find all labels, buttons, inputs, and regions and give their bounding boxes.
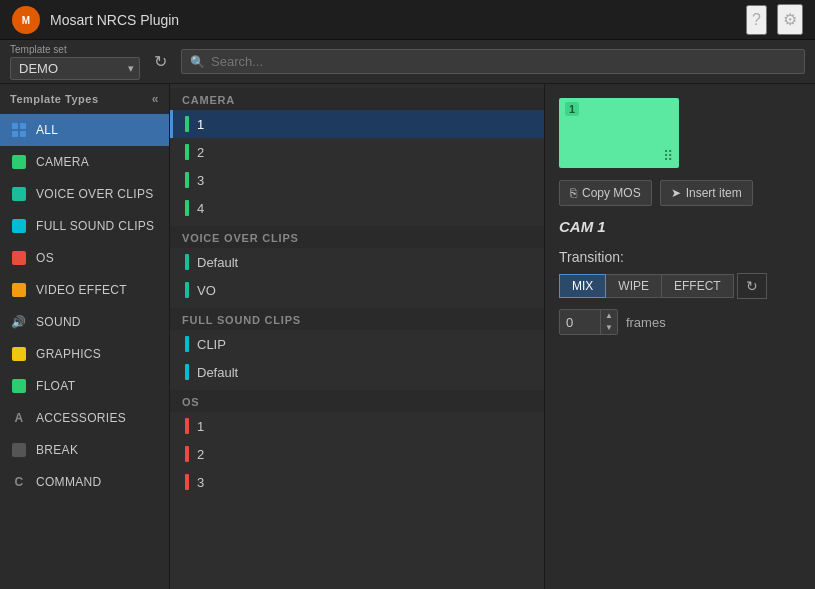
section-header-camera: CAMERA bbox=[170, 88, 544, 110]
frames-label: frames bbox=[626, 315, 666, 330]
item-label: 1 bbox=[197, 117, 204, 132]
frames-down-button[interactable]: ▼ bbox=[601, 322, 617, 334]
sidebar-item-full-sound[interactable]: FULL SOUND CLIPS bbox=[0, 210, 169, 242]
transition-tabs-container: MIXWIPEEFFECT bbox=[559, 274, 733, 298]
template-item[interactable]: 2 bbox=[170, 440, 544, 468]
template-item[interactable]: 2 bbox=[170, 138, 544, 166]
copy-mos-icon: ⎘ bbox=[570, 186, 577, 200]
sidebar-item-video-effect[interactable]: VIDEO EFFECT bbox=[0, 274, 169, 306]
main-content: Template Types « ALLCAMERAVOICE OVER CLI… bbox=[0, 84, 815, 589]
settings-button[interactable]: ⚙ bbox=[777, 4, 803, 35]
section-header-os: OS bbox=[170, 390, 544, 412]
thumbnail-grid-icon: ⠿ bbox=[663, 148, 673, 164]
section-header-full-sound-clips: FULL SOUND CLIPS bbox=[170, 308, 544, 330]
sidebar-item-float[interactable]: FLOAT bbox=[0, 370, 169, 402]
sidebar-icon-os bbox=[10, 249, 28, 267]
sidebar-icon-break bbox=[10, 441, 28, 459]
template-item[interactable]: 3 bbox=[170, 468, 544, 496]
app-title: Mosart NRCS Plugin bbox=[50, 12, 736, 28]
sidebar-label-os: OS bbox=[36, 251, 54, 265]
refresh-button[interactable]: ↻ bbox=[150, 48, 171, 75]
sidebar-label-sound: SOUND bbox=[36, 315, 81, 329]
section-header-voice-over-clips: VOICE OVER CLIPS bbox=[170, 226, 544, 248]
preview-item-name: CAM 1 bbox=[559, 218, 801, 235]
item-label: Default bbox=[197, 255, 238, 270]
copy-mos-label: Copy MOS bbox=[582, 186, 641, 200]
sidebar-item-command[interactable]: CCOMMAND bbox=[0, 466, 169, 498]
transition-tab-mix[interactable]: MIX bbox=[559, 274, 606, 298]
sidebar-header: Template Types « bbox=[0, 84, 169, 114]
sidebar-title: Template Types bbox=[10, 93, 99, 105]
item-label: 3 bbox=[197, 173, 204, 188]
sidebar: Template Types « ALLCAMERAVOICE OVER CLI… bbox=[0, 84, 170, 589]
template-set-label: Template set bbox=[10, 44, 140, 55]
sidebar-label-all: ALL bbox=[36, 123, 58, 137]
item-label: VO bbox=[197, 283, 216, 298]
sidebar-item-os[interactable]: OS bbox=[0, 242, 169, 274]
template-item[interactable]: Default bbox=[170, 358, 544, 386]
sidebar-icon-full-sound bbox=[10, 217, 28, 235]
sidebar-item-voice-over[interactable]: VOICE OVER CLIPS bbox=[0, 178, 169, 210]
item-label: 1 bbox=[197, 419, 204, 434]
template-item[interactable]: Default bbox=[170, 248, 544, 276]
sidebar-item-sound[interactable]: 🔊SOUND bbox=[0, 306, 169, 338]
sidebar-icon-sound: 🔊 bbox=[10, 313, 28, 331]
sidebar-item-break[interactable]: BREAK bbox=[0, 434, 169, 466]
template-set-select[interactable]: DEMOPRODUCTIONTEST bbox=[10, 57, 140, 80]
template-item[interactable]: 4 bbox=[170, 194, 544, 222]
toolbar: Template set DEMOPRODUCTIONTEST ↻ 🔍 bbox=[0, 40, 815, 84]
sidebar-label-camera: CAMERA bbox=[36, 155, 89, 169]
app-icon: M bbox=[12, 6, 40, 34]
title-bar: M Mosart NRCS Plugin ? ⚙ bbox=[0, 0, 815, 40]
collapse-button[interactable]: « bbox=[152, 92, 159, 106]
frames-up-button[interactable]: ▲ bbox=[601, 310, 617, 322]
sidebar-label-accessories: ACCESSORIES bbox=[36, 411, 126, 425]
item-color-bar bbox=[185, 282, 189, 298]
sidebar-label-break: BREAK bbox=[36, 443, 78, 457]
sidebar-icon-accessories: A bbox=[10, 409, 28, 427]
sidebar-item-accessories[interactable]: AACCESSORIES bbox=[0, 402, 169, 434]
help-button[interactable]: ? bbox=[746, 5, 767, 35]
transition-label: Transition: bbox=[559, 249, 801, 265]
preview-panel: 1 ⠿ ⎘ Copy MOS ➤ Insert item CAM 1 Trans… bbox=[545, 84, 815, 589]
sidebar-label-graphics: GRAPHICS bbox=[36, 347, 101, 361]
transition-tab-effect[interactable]: EFFECT bbox=[661, 274, 734, 298]
sidebar-items-container: ALLCAMERAVOICE OVER CLIPSFULL SOUND CLIP… bbox=[0, 114, 169, 498]
frames-input[interactable] bbox=[560, 311, 600, 334]
frames-input-wrapper: ▲ ▼ bbox=[559, 309, 618, 335]
thumbnail-number: 1 bbox=[565, 102, 579, 116]
item-label: Default bbox=[197, 365, 238, 380]
sidebar-label-command: COMMAND bbox=[36, 475, 101, 489]
template-item[interactable]: 3 bbox=[170, 166, 544, 194]
template-item[interactable]: 1 bbox=[170, 110, 544, 138]
item-color-bar bbox=[185, 446, 189, 462]
item-color-bar bbox=[185, 144, 189, 160]
preview-thumbnail: 1 ⠿ bbox=[559, 98, 679, 168]
item-color-bar bbox=[185, 474, 189, 490]
sidebar-label-voice-over: VOICE OVER CLIPS bbox=[36, 187, 154, 201]
sidebar-item-graphics[interactable]: GRAPHICS bbox=[0, 338, 169, 370]
template-item[interactable]: 1 bbox=[170, 412, 544, 440]
insert-item-button[interactable]: ➤ Insert item bbox=[660, 180, 753, 206]
transition-refresh-button[interactable]: ↻ bbox=[737, 273, 767, 299]
search-input[interactable] bbox=[211, 54, 796, 69]
template-item[interactable]: CLIP bbox=[170, 330, 544, 358]
sidebar-label-video-effect: VIDEO EFFECT bbox=[36, 283, 127, 297]
item-color-bar bbox=[185, 254, 189, 270]
sidebar-icon-all bbox=[10, 121, 28, 139]
item-color-bar bbox=[185, 364, 189, 380]
copy-mos-button[interactable]: ⎘ Copy MOS bbox=[559, 180, 652, 206]
sidebar-label-float: FLOAT bbox=[36, 379, 75, 393]
sidebar-item-all[interactable]: ALL bbox=[0, 114, 169, 146]
preview-button-row: ⎘ Copy MOS ➤ Insert item bbox=[559, 180, 801, 206]
item-color-bar bbox=[185, 116, 189, 132]
frames-row: ▲ ▼ frames bbox=[559, 309, 801, 335]
sidebar-icon-command: C bbox=[10, 473, 28, 491]
frames-spinner: ▲ ▼ bbox=[600, 310, 617, 334]
transition-tab-wipe[interactable]: WIPE bbox=[605, 274, 662, 298]
item-color-bar bbox=[185, 418, 189, 434]
template-item[interactable]: VO bbox=[170, 276, 544, 304]
transition-tabs: MIXWIPEEFFECT ↻ bbox=[559, 273, 801, 299]
template-set-group: Template set DEMOPRODUCTIONTEST bbox=[10, 44, 140, 80]
sidebar-item-camera[interactable]: CAMERA bbox=[0, 146, 169, 178]
